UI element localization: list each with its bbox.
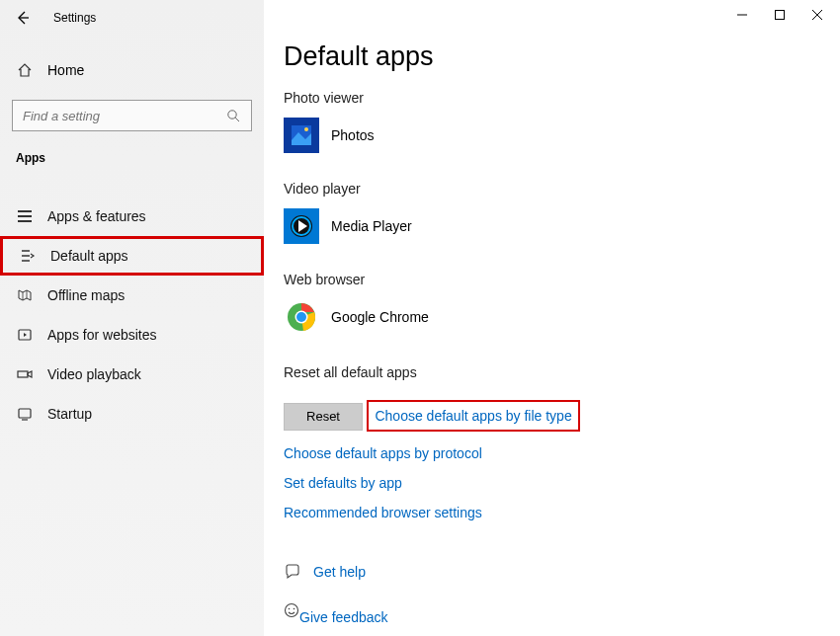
sidebar-item-label: Startup [47,406,92,422]
video-player-app-name: Media Player [331,218,412,234]
maximize-button[interactable] [761,4,798,26]
search-box[interactable] [12,100,252,131]
titlebar-left: Settings [0,0,264,39]
sidebar: Settings Home Apps Apps & features Defau… [0,0,264,636]
reset-heading: Reset all default apps [284,364,840,380]
chrome-app-icon [284,299,319,335]
home-row[interactable]: Home [0,50,264,90]
home-label: Home [47,62,84,78]
get-help-row: Get help [284,564,840,580]
svg-rect-5 [18,371,28,377]
web-browser-heading: Web browser [284,272,840,287]
back-arrow-icon [15,10,31,26]
web-browser-app-name: Google Chrome [331,309,429,325]
window-title: Settings [53,11,96,25]
sidebar-item-apps-for-websites[interactable]: Apps for websites [0,315,264,355]
photo-viewer-heading: Photo viewer [284,90,840,106]
svg-point-20 [294,608,295,610]
video-player-heading: Video player [284,181,840,197]
minimize-button[interactable] [723,4,761,26]
main-content: Default apps Photo viewer Photos Video p… [264,0,840,636]
sidebar-item-label: Apps for websites [47,327,157,343]
svg-rect-3 [18,220,32,222]
photo-viewer-app[interactable]: Photos [284,118,840,153]
sidebar-item-startup[interactable]: Startup [0,394,264,434]
sidebar-item-label: Default apps [50,248,128,264]
link-default-apps-by-protocol[interactable]: Choose default apps by protocol [284,445,840,461]
sidebar-item-label: Apps & features [47,208,146,224]
sidebar-item-label: Video playback [47,366,141,382]
svg-rect-7 [776,11,785,20]
search-icon [225,108,241,123]
help-icon [284,564,301,580]
reset-button[interactable]: Reset [284,403,363,431]
svg-point-19 [289,608,291,610]
web-browser-app[interactable]: Google Chrome [284,299,840,335]
svg-point-10 [304,127,308,131]
page-title: Default apps [284,41,840,72]
svg-point-0 [228,111,236,119]
maximize-icon [775,10,785,20]
close-button[interactable] [798,4,836,26]
offline-maps-icon [16,287,34,303]
sidebar-item-video-playback[interactable]: Video playback [0,355,264,394]
photos-app-icon [284,118,319,153]
svg-point-17 [296,312,306,322]
sidebar-item-default-apps[interactable]: Default apps [0,236,264,276]
svg-rect-6 [19,409,31,418]
svg-rect-1 [18,210,32,212]
media-player-app-icon [284,208,319,244]
link-give-feedback[interactable]: Give feedback [299,609,388,625]
svg-point-18 [286,604,298,617]
feedback-icon [284,602,299,618]
sidebar-section-title: Apps [0,147,264,177]
video-player-app[interactable]: Media Player [284,208,840,244]
home-icon [16,62,34,78]
link-recommended-browser-settings[interactable]: Recommended browser settings [284,505,840,520]
sidebar-item-apps-features[interactable]: Apps & features [0,197,264,236]
minimize-icon [737,10,747,20]
link-set-defaults-by-app[interactable]: Set defaults by app [284,475,840,491]
startup-icon [16,406,34,422]
back-button[interactable] [10,5,36,31]
video-playback-icon [16,366,34,382]
sidebar-item-label: Offline maps [47,287,125,303]
default-apps-icon [19,248,37,264]
link-get-help[interactable]: Get help [313,564,366,580]
search-input[interactable] [23,109,225,123]
photo-viewer-app-name: Photos [331,127,375,143]
highlight-box-file-type: Choose default apps by file type [367,400,579,432]
apps-for-websites-icon [16,327,34,343]
close-icon [812,10,822,20]
apps-features-icon [16,208,34,224]
window-controls [723,4,836,26]
link-default-apps-by-file-type[interactable]: Choose default apps by file type [375,408,571,424]
give-feedback-row: Give feedback [284,596,840,625]
svg-rect-2 [18,215,32,217]
sidebar-item-offline-maps[interactable]: Offline maps [0,276,264,315]
